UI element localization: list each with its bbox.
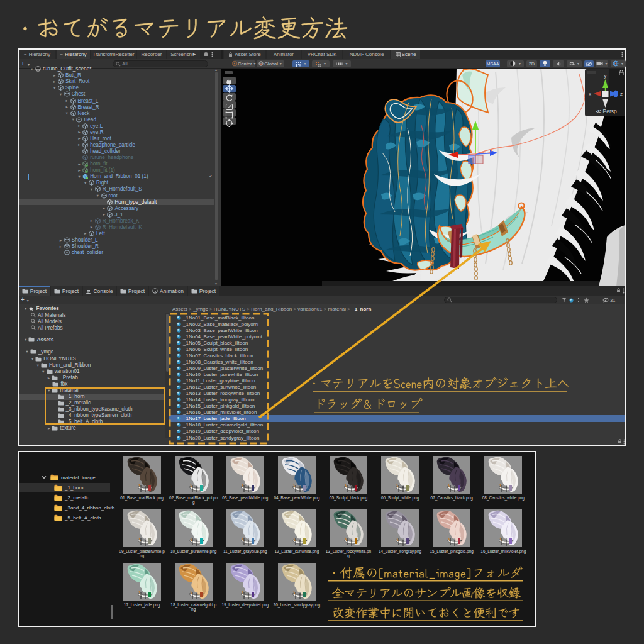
svg-text:x: x: [589, 91, 591, 97]
svg-text:≪ Persp: ≪ Persp: [596, 108, 617, 114]
svg-text:z: z: [620, 91, 623, 97]
svg-text:y: y: [604, 73, 607, 79]
